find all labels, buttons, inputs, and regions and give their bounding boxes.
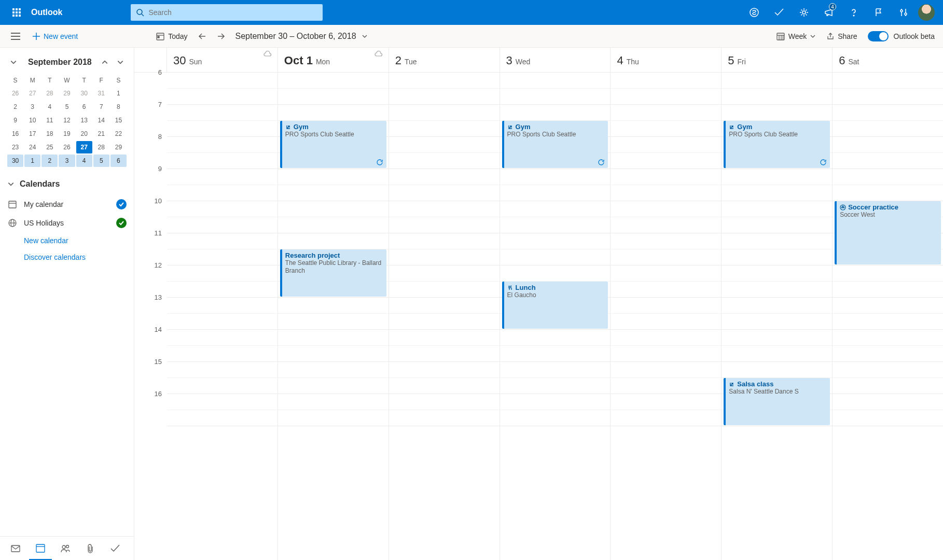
settings-button[interactable] (792, 0, 816, 25)
minical-day[interactable]: 31 (93, 87, 109, 100)
new-calendar-link[interactable]: New calendar (7, 232, 127, 249)
calendar-event[interactable]: GymPRO Sports Club Seattle (280, 121, 386, 168)
day-column[interactable] (167, 73, 278, 560)
minical-next[interactable] (114, 56, 127, 68)
arrow-out-icon (729, 124, 735, 130)
minical-day[interactable]: 29 (59, 87, 75, 100)
minical-day[interactable]: 14 (93, 114, 109, 127)
minical-day[interactable]: 5 (59, 101, 75, 113)
minical-day[interactable]: 9 (7, 114, 23, 127)
calendar-item[interactable]: US Holidays (7, 214, 127, 232)
view-switcher[interactable]: Week (771, 25, 822, 48)
minical-day[interactable]: 30 (76, 87, 92, 100)
calendar-event[interactable]: LunchEl Gaucho (502, 282, 608, 329)
day-header[interactable]: 5Fri (722, 48, 833, 72)
day-column[interactable]: GymPRO Sports Club SeattleResearch proje… (278, 73, 389, 560)
event-title: Gym (285, 123, 383, 131)
nav-toggle[interactable] (4, 25, 27, 48)
new-event-button[interactable]: New event (27, 25, 83, 48)
minical-day[interactable]: 23 (7, 141, 23, 153)
minical-day[interactable]: 28 (41, 87, 58, 100)
calendar-checkbox[interactable] (116, 199, 127, 209)
minical-collapse[interactable] (7, 56, 20, 68)
minical-day[interactable]: 8 (110, 101, 127, 113)
help-button[interactable] (841, 0, 866, 25)
minical-day[interactable]: 1 (24, 155, 40, 167)
minical-day[interactable]: 25 (41, 141, 58, 153)
discover-calendars-link[interactable]: Discover calendars (7, 249, 127, 265)
calendar-event[interactable]: Salsa classSalsa N' Seattle Dance S (724, 378, 830, 425)
calendar-event[interactable]: Soccer practiceSoccer West (835, 201, 941, 264)
whatsnew-button[interactable]: 4 (816, 0, 841, 25)
beta-toggle[interactable] (868, 31, 889, 41)
people-module[interactable] (54, 537, 77, 560)
search-box[interactable] (131, 4, 323, 21)
minical-prev[interactable] (99, 56, 111, 68)
minical-day[interactable]: 12 (59, 114, 75, 127)
minical-day[interactable]: 21 (93, 128, 109, 140)
minical-day[interactable]: 28 (93, 141, 109, 153)
skype-button[interactable] (742, 0, 767, 25)
day-header[interactable]: 30Sun (167, 48, 278, 72)
minical-day[interactable]: 10 (24, 114, 40, 127)
minical-day[interactable]: 27 (24, 87, 40, 100)
minical-day[interactable]: 26 (7, 87, 23, 100)
minical-day[interactable]: 27 (76, 141, 92, 153)
minical-day[interactable]: 6 (76, 101, 92, 113)
minical-day[interactable]: 7 (93, 101, 109, 113)
minical-day[interactable]: 19 (59, 128, 75, 140)
minical-day[interactable]: 15 (110, 114, 127, 127)
minical-day[interactable]: 1 (110, 87, 127, 100)
day-column[interactable] (389, 73, 500, 560)
minical-day[interactable]: 26 (59, 141, 75, 153)
minical-day[interactable]: 2 (41, 155, 58, 167)
todo-button[interactable] (767, 0, 792, 25)
minical-day[interactable]: 22 (110, 128, 127, 140)
calendar-item[interactable]: My calendar (7, 195, 127, 214)
calendar-event[interactable]: Research projectThe Seattle Public Libra… (280, 249, 386, 297)
day-header[interactable]: 3Wed (500, 48, 611, 72)
date-range-picker[interactable]: September 30 – October 6, 2018 (230, 32, 373, 41)
minical-day[interactable]: 3 (24, 101, 40, 113)
search-input[interactable] (148, 8, 317, 17)
day-header[interactable]: 4Thu (611, 48, 722, 72)
minical-day[interactable]: 3 (59, 155, 75, 167)
minical-day[interactable]: 16 (7, 128, 23, 140)
calendar-event[interactable]: GymPRO Sports Club Seattle (724, 121, 830, 168)
minical-day[interactable]: 24 (24, 141, 40, 153)
calendar-checkbox[interactable] (116, 218, 127, 228)
minical-day[interactable]: 11 (41, 114, 58, 127)
day-header[interactable]: Oct 1Mon (278, 48, 389, 72)
tasks-module[interactable] (104, 537, 127, 560)
minical-day[interactable]: 29 (110, 141, 127, 153)
account-avatar[interactable] (918, 4, 935, 21)
minical-day[interactable]: 18 (41, 128, 58, 140)
today-button[interactable]: Today (150, 25, 192, 48)
minical-day[interactable]: 13 (76, 114, 92, 127)
files-module[interactable] (79, 537, 102, 560)
calendar-list-toggle[interactable]: Calendars (7, 179, 127, 189)
mail-module[interactable] (4, 537, 27, 560)
minical-day[interactable]: 30 (7, 155, 23, 167)
day-column[interactable]: GymPRO Sports Club SeattleSalsa classSal… (722, 73, 833, 560)
minical-day[interactable]: 4 (76, 155, 92, 167)
calendar-event[interactable]: GymPRO Sports Club Seattle (502, 121, 608, 168)
minical-day[interactable]: 20 (76, 128, 92, 140)
calendar-module[interactable] (29, 537, 52, 560)
minical-day[interactable]: 5 (93, 155, 109, 167)
day-column[interactable]: Soccer practiceSoccer West (833, 73, 943, 560)
day-header[interactable]: 2Tue (389, 48, 500, 72)
prev-week-button[interactable] (193, 25, 212, 48)
day-column[interactable] (611, 73, 722, 560)
minical-day[interactable]: 4 (41, 101, 58, 113)
customize-button[interactable] (891, 0, 916, 25)
flag-button[interactable] (866, 0, 891, 25)
app-launcher[interactable] (4, 0, 29, 25)
day-column[interactable]: GymPRO Sports Club SeattleLunchEl Gaucho (500, 73, 611, 560)
minical-day[interactable]: 17 (24, 128, 40, 140)
day-header[interactable]: 6Sat (833, 48, 943, 72)
share-button[interactable]: Share (821, 25, 862, 48)
minical-day[interactable]: 6 (110, 155, 127, 167)
next-week-button[interactable] (212, 25, 230, 48)
minical-day[interactable]: 2 (7, 101, 23, 113)
